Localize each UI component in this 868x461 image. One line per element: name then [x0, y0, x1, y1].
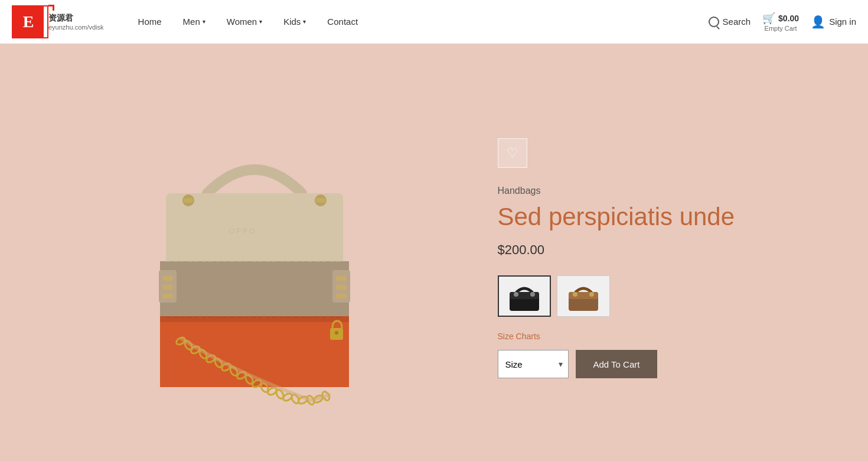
cart-top: 🛒 $0.00 [762, 12, 799, 25]
svg-point-48 [589, 292, 594, 297]
add-to-cart-button[interactable]: Add To Cart [576, 350, 658, 378]
svg-rect-6 [162, 276, 173, 281]
search-icon [709, 17, 719, 27]
logo[interactable]: E 资源君 eyunzhu.com/vdisk [12, 5, 104, 38]
add-to-cart-row: Size S M L XL Add To Cart [498, 350, 833, 378]
product-title: Sed perspiciatis unde [498, 203, 833, 230]
svg-text:OPPO: OPPO [229, 227, 257, 235]
svg-rect-10 [336, 276, 347, 281]
svg-rect-12 [336, 294, 347, 298]
swatch-brown-image [563, 279, 604, 313]
product-image: OPPO [113, 87, 396, 418]
signin-label: Sign in [829, 17, 856, 27]
signin-button[interactable]: 👤 Sign in [811, 15, 856, 29]
size-charts-link[interactable]: Size Charts [498, 332, 833, 341]
color-swatches [498, 275, 833, 317]
swatch-black-image [504, 279, 545, 313]
heart-icon: ♡ [507, 145, 518, 161]
women-dropdown-arrow: ▾ [259, 18, 262, 25]
svg-rect-7 [162, 285, 173, 290]
navbar: E 资源君 eyunzhu.com/vdisk Home Men ▾ Women… [0, 0, 868, 44]
swatch-black[interactable] [498, 275, 551, 317]
svg-point-43 [514, 292, 518, 297]
cart-label: Empty Cart [765, 25, 797, 32]
nav-contact[interactable]: Contact [316, 0, 368, 44]
svg-rect-46 [569, 292, 598, 299]
cart-icon: 🛒 [762, 12, 775, 25]
logo-chinese: 资源君 [48, 13, 104, 24]
product-price: $200.00 [498, 242, 833, 258]
svg-point-47 [573, 292, 577, 297]
cart-button[interactable]: 🛒 $0.00 Empty Cart [762, 12, 799, 32]
logo-letter: E [13, 7, 44, 37]
search-button[interactable]: Search [709, 17, 751, 27]
cart-amount: $0.00 [778, 14, 799, 23]
nav-home[interactable]: Home [128, 0, 172, 44]
product-category: Handbags [498, 186, 833, 196]
kids-dropdown-arrow: ▾ [303, 18, 306, 25]
search-label: Search [723, 17, 751, 27]
svg-rect-2 [160, 261, 349, 320]
svg-rect-16 [316, 198, 325, 203]
logo-box: E [12, 5, 48, 38]
svg-rect-11 [336, 285, 347, 290]
logo-text: 资源君 eyunzhu.com/vdisk [48, 13, 104, 31]
nav-links: Home Men ▾ Women ▾ Kids ▾ Contact [128, 0, 709, 44]
svg-point-44 [530, 292, 535, 297]
user-icon: 👤 [811, 15, 825, 29]
nav-right: Search 🛒 $0.00 Empty Cart 👤 Sign in [709, 12, 856, 32]
svg-point-38 [335, 331, 338, 335]
size-select-wrapper: Size S M L XL [498, 350, 569, 378]
swatch-brown[interactable] [557, 275, 610, 317]
wishlist-button[interactable]: ♡ [498, 138, 527, 168]
hero-section: OPPO [0, 44, 868, 461]
logo-corner-decoration [48, 5, 54, 11]
nav-women[interactable]: Women ▾ [216, 0, 273, 44]
nav-men[interactable]: Men ▾ [172, 0, 216, 44]
logo-url: eyunzhu.com/vdisk [48, 24, 104, 31]
product-image-area: OPPO [35, 44, 474, 461]
svg-rect-14 [184, 198, 193, 203]
men-dropdown-arrow: ▾ [203, 18, 205, 25]
svg-rect-42 [510, 292, 539, 299]
size-select[interactable]: Size S M L XL [498, 350, 569, 378]
svg-rect-8 [162, 294, 173, 298]
product-info: ♡ Handbags Sed perspiciatis unde $200.00 [474, 126, 833, 378]
nav-kids[interactable]: Kids ▾ [273, 0, 316, 44]
